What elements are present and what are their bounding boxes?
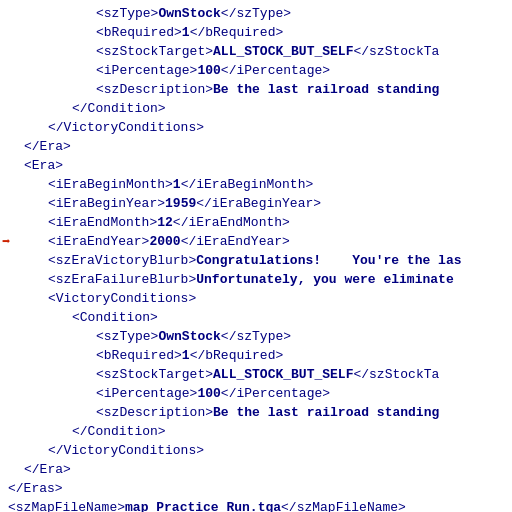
- line-text: </Eras>: [8, 481, 63, 496]
- line-text: <Condition>: [72, 310, 158, 325]
- code-line: <szDescription>Be the last railroad stan…: [0, 403, 512, 422]
- line-text: <iEraBeginMonth>1</iEraBeginMonth>: [48, 177, 313, 192]
- code-line: <szEraFailureBlurb>Unfortunately, you we…: [0, 270, 512, 289]
- code-line: <szType>OwnStock</szType>: [0, 327, 512, 346]
- code-line: <szMapFileName>map_Practice_Run.tga</szM…: [0, 498, 512, 512]
- code-line: </VictoryConditions>: [0, 118, 512, 137]
- code-line: <iEraBeginMonth>1</iEraBeginMonth>: [0, 175, 512, 194]
- line-text: <szDescription>Be the last railroad stan…: [96, 82, 439, 97]
- line-text: </VictoryConditions>: [48, 443, 204, 458]
- line-text: <Era>: [24, 158, 63, 173]
- line-text: <szEraVictoryBlurb>Congratulations! You'…: [48, 253, 461, 268]
- code-line: <iPercentage>100</iPercentage>: [0, 61, 512, 80]
- code-line: <szStockTarget>ALL_STOCK_BUT_SELF</szSto…: [0, 42, 512, 61]
- code-line: <bRequired>1</bRequired>: [0, 346, 512, 365]
- line-text: <iEraEndMonth>12</iEraEndMonth>: [48, 215, 290, 230]
- code-line: <VictoryConditions>: [0, 289, 512, 308]
- code-line: <iPercentage>100</iPercentage>: [0, 384, 512, 403]
- line-text: </VictoryConditions>: [48, 120, 204, 135]
- code-line: <Condition>: [0, 308, 512, 327]
- line-text: <szType>OwnStock</szType>: [96, 329, 291, 344]
- code-line: ➡<iEraEndYear>2000</iEraEndYear>: [0, 232, 512, 251]
- line-text: <szStockTarget>ALL_STOCK_BUT_SELF</szSto…: [96, 44, 439, 59]
- line-text: <szDescription>Be the last railroad stan…: [96, 405, 439, 420]
- code-line: <szStockTarget>ALL_STOCK_BUT_SELF</szSto…: [0, 365, 512, 384]
- line-text: <VictoryConditions>: [48, 291, 196, 306]
- line-text: <iEraBeginYear>1959</iEraBeginYear>: [48, 196, 321, 211]
- code-line: </Era>: [0, 137, 512, 156]
- code-line: <szEraVictoryBlurb>Congratulations! You'…: [0, 251, 512, 270]
- line-text: <iPercentage>100</iPercentage>: [96, 63, 330, 78]
- code-line: <szDescription>Be the last railroad stan…: [0, 80, 512, 99]
- line-text: </Era>: [24, 139, 71, 154]
- code-line: <iEraBeginYear>1959</iEraBeginYear>: [0, 194, 512, 213]
- line-text: <iEraEndYear>2000</iEraEndYear>: [48, 234, 290, 249]
- code-line: <iEraEndMonth>12</iEraEndMonth>: [0, 213, 512, 232]
- line-text: <szEraFailureBlurb>Unfortunately, you we…: [48, 272, 454, 287]
- line-text: <szStockTarget>ALL_STOCK_BUT_SELF</szSto…: [96, 367, 439, 382]
- line-text: <bRequired>1</bRequired>: [96, 348, 283, 363]
- line-text: <szType>OwnStock</szType>: [96, 6, 291, 21]
- code-line: </Eras>: [0, 479, 512, 498]
- line-text: <szMapFileName>map_Practice_Run.tga</szM…: [8, 500, 406, 512]
- code-line: </Condition>: [0, 422, 512, 441]
- code-editor: <szType>OwnStock</szType><bRequired>1</b…: [0, 0, 512, 512]
- line-text: </Era>: [24, 462, 71, 477]
- code-line: </Era>: [0, 460, 512, 479]
- code-line: <szType>OwnStock</szType>: [0, 4, 512, 23]
- code-line: </Condition>: [0, 99, 512, 118]
- line-text: </Condition>: [72, 101, 166, 116]
- arrow-indicator: ➡: [2, 233, 10, 250]
- code-line: <bRequired>1</bRequired>: [0, 23, 512, 42]
- line-text: <iPercentage>100</iPercentage>: [96, 386, 330, 401]
- line-text: </Condition>: [72, 424, 166, 439]
- code-line: </VictoryConditions>: [0, 441, 512, 460]
- line-text: <bRequired>1</bRequired>: [96, 25, 283, 40]
- code-line: <Era>: [0, 156, 512, 175]
